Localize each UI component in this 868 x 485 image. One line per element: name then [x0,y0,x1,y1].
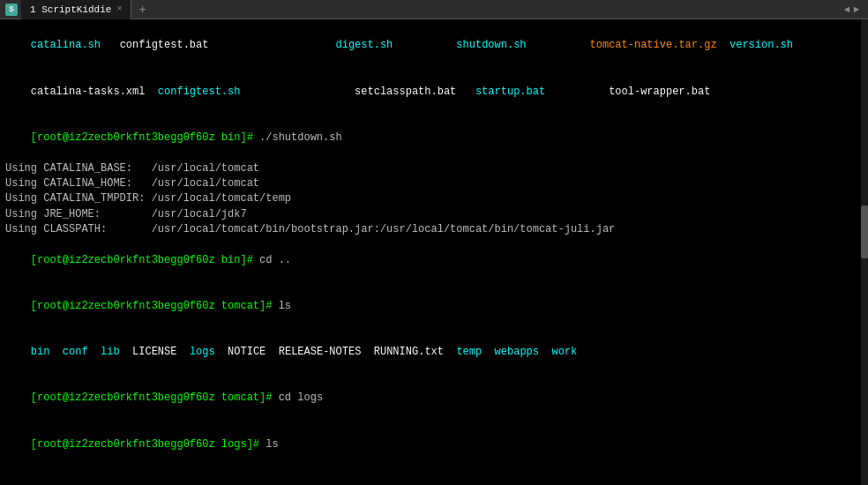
terminal-line: [root@iz2zecb0rkfnt3begg0f60z bin]# ./sh… [5,115,863,160]
tab-close-icon[interactable]: × [116,4,122,14]
terminal-line: [root@iz2zecb0rkfnt3begg0f60z tomcat]# l… [5,284,863,330]
add-tab-button[interactable]: + [131,0,153,19]
terminal-line: [root@iz2zecb0rkfnt3begg0f60z bin]# cd .… [5,237,863,283]
app-icon: S [5,4,18,16]
terminal-line: Using CATALINA_BASE: /usr/local/tomcat [5,161,863,176]
title-bar: S 1 ScriptKiddie × + ◄ ► [0,0,868,19]
terminal-line: bin conf lib LICENSE logs NOTICE RELEASE… [5,330,863,376]
terminal-line: catalina.sh configtest.bat digest.sh shu… [5,23,863,69]
terminal[interactable]: catalina.sh configtest.bat digest.sh shu… [0,19,868,485]
scrollbar[interactable] [861,19,868,485]
terminal-line: Using CATALINA_TMPDIR: /usr/local/tomcat… [5,191,863,206]
nav-right-icon[interactable]: ► [853,4,859,15]
terminal-line: Using CLASSPATH: /usr/local/tomcat/bin/b… [5,222,863,237]
nav-left-icon[interactable]: ◄ [844,4,850,15]
terminal-line: [root@iz2zecb0rkfnt3begg0f60z tomcat]# c… [5,376,863,422]
scrollbar-thumb [861,205,868,258]
terminal-line: catalina-tasks.xml configtest.sh setclas… [5,69,863,115]
active-tab[interactable]: 1 ScriptKiddie × [21,0,131,19]
terminal-line: catalina.2019-03-08.log host-manager.201… [5,467,863,485]
terminal-line: Using JRE_HOME: /usr/local/jdk7 [5,207,863,222]
terminal-line: Using CATALINA_HOME: /usr/local/tomcat [5,176,863,191]
tab-label: 1 ScriptKiddie [30,4,111,15]
terminal-line: [root@iz2zecb0rkfnt3begg0f60z logs]# ls [5,422,863,467]
